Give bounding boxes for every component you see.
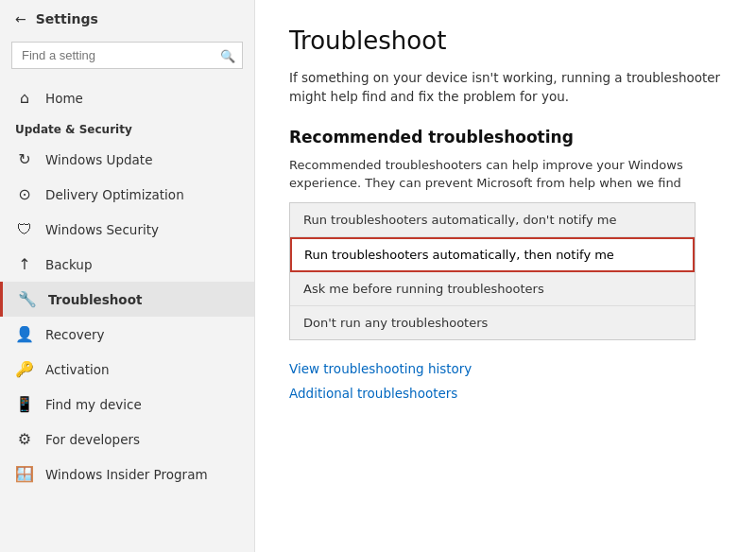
- view-history-link[interactable]: View troubleshooting history: [289, 361, 722, 376]
- search-icon: 🔍: [220, 48, 235, 62]
- sidebar-header: ← Settings: [0, 0, 254, 38]
- sidebar-item-troubleshoot[interactable]: 🔧 Troubleshoot: [0, 282, 254, 317]
- insider-icon: 🪟: [15, 465, 34, 483]
- sidebar-item-activation-label: Activation: [45, 362, 110, 377]
- sidebar-title: Settings: [36, 11, 98, 26]
- dropdown-option-then-notify[interactable]: Run troubleshooters automatically, then …: [290, 237, 695, 272]
- troubleshoot-icon: 🔧: [18, 290, 37, 308]
- troubleshoot-dropdown[interactable]: Run troubleshooters automatically, don't…: [289, 202, 696, 340]
- recommended-section-title: Recommended troubleshooting: [289, 128, 722, 147]
- sidebar-item-windows-update[interactable]: ↻ Windows Update: [0, 142, 254, 177]
- main-description: If something on your device isn't workin…: [289, 68, 722, 107]
- main-content: Troubleshoot If something on your device…: [255, 0, 756, 552]
- sidebar-item-for-developers[interactable]: ⚙ For developers: [0, 422, 254, 457]
- sidebar-item-backup[interactable]: ↑ Backup: [0, 247, 254, 282]
- delivery-icon: ⊙: [15, 185, 34, 203]
- backup-icon: ↑: [15, 255, 34, 273]
- sidebar-item-recovery[interactable]: 👤 Recovery: [0, 317, 254, 352]
- sidebar-item-troubleshoot-label: Troubleshoot: [48, 292, 142, 307]
- sidebar-item-for-developers-label: For developers: [45, 432, 140, 447]
- dropdown-option-dont-notify[interactable]: Run troubleshooters automatically, don't…: [290, 203, 695, 237]
- search-input[interactable]: [11, 42, 243, 69]
- update-icon: ↻: [15, 150, 34, 168]
- back-button[interactable]: ←: [15, 11, 26, 26]
- sidebar-item-find-my-device[interactable]: 📱 Find my device: [0, 387, 254, 422]
- sidebar-item-home-label: Home: [45, 91, 83, 106]
- sidebar: ← Settings 🔍 ⌂ Home Update & Security ↻ …: [0, 0, 255, 552]
- search-container: 🔍: [11, 42, 243, 69]
- sidebar-item-delivery-optimization[interactable]: ⊙ Delivery Optimization: [0, 177, 254, 212]
- recovery-icon: 👤: [15, 325, 34, 343]
- activation-icon: 🔑: [15, 360, 34, 378]
- recommended-description: Recommended troubleshooters can help imp…: [289, 156, 722, 193]
- developers-icon: ⚙: [15, 430, 34, 448]
- sidebar-item-home[interactable]: ⌂ Home: [0, 80, 254, 115]
- sidebar-item-windows-update-label: Windows Update: [45, 152, 152, 167]
- find-device-icon: 📱: [15, 395, 34, 413]
- sidebar-item-windows-security[interactable]: 🛡 Windows Security: [0, 212, 254, 247]
- additional-troubleshooters-link[interactable]: Additional troubleshooters: [289, 386, 722, 401]
- home-icon: ⌂: [15, 89, 34, 107]
- sidebar-section-label: Update & Security: [0, 115, 254, 142]
- sidebar-item-windows-security-label: Windows Security: [45, 222, 159, 237]
- sidebar-item-find-my-device-label: Find my device: [45, 397, 142, 412]
- sidebar-item-backup-label: Backup: [45, 257, 93, 272]
- security-icon: 🛡: [15, 220, 34, 238]
- dropdown-option-dont-run[interactable]: Don't run any troubleshooters: [290, 306, 695, 339]
- dropdown-option-ask-before[interactable]: Ask me before running troubleshooters: [290, 272, 695, 306]
- sidebar-item-activation[interactable]: 🔑 Activation: [0, 352, 254, 387]
- sidebar-item-windows-insider[interactable]: 🪟 Windows Insider Program: [0, 457, 254, 492]
- sidebar-item-delivery-optimization-label: Delivery Optimization: [45, 187, 184, 202]
- page-title: Troubleshoot: [289, 26, 722, 55]
- sidebar-item-windows-insider-label: Windows Insider Program: [45, 467, 208, 482]
- sidebar-item-recovery-label: Recovery: [45, 327, 105, 342]
